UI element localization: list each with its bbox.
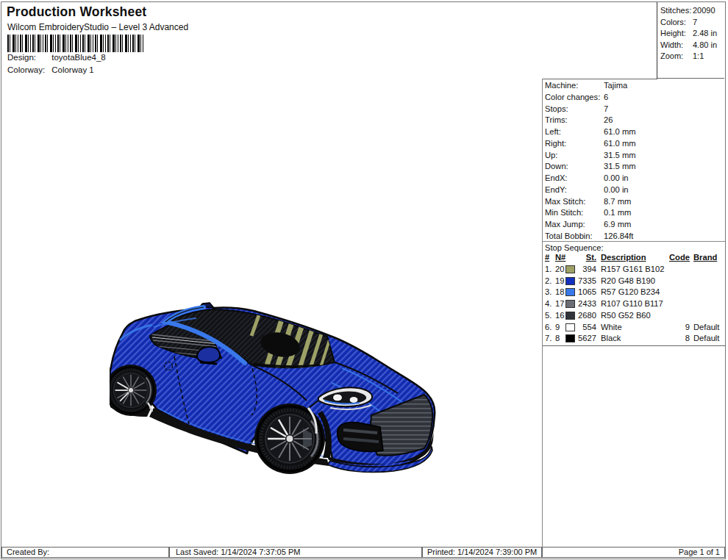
info-row: Max Jump:6.9 mm — [545, 219, 724, 231]
info-label: Down: — [545, 161, 604, 173]
stop-row: 1.20 394R157 G161 B102 — [543, 264, 725, 276]
stop-row: 3.18 1065R57 G120 B234 — [543, 287, 725, 298]
footer-printed: Printed: 1/14/2024 7:39:00 PM — [422, 547, 542, 558]
info-row: Up:31.5 mm — [545, 150, 724, 162]
machine-info-list: Machine:Tajima Color changes:6 Stops:7 T… — [545, 80, 724, 243]
info-value: Tajima — [604, 81, 627, 90]
info-label: Up: — [545, 150, 604, 162]
stat-row: Zoom:1:1 — [660, 51, 724, 62]
stop-row: 7.8 5627Black 8Default — [543, 333, 725, 345]
stat-value: 20090 — [693, 6, 715, 15]
thread-swatch — [565, 277, 575, 285]
info-row: Trims:26 — [545, 115, 724, 126]
design-preview-car — [110, 298, 440, 478]
info-value: 26 — [604, 115, 613, 124]
info-label: Right: — [545, 138, 604, 150]
info-row: Color changes:6 — [545, 92, 724, 104]
design-row: Design: toyotaBlue4_8 — [7, 53, 106, 64]
barcode-icon — [7, 35, 144, 52]
info-row: Stops:7 — [545, 104, 724, 115]
header-box: Production Worksheet Wilcom EmbroiderySt… — [1, 2, 657, 79]
design-value: toyotaBlue4_8 — [51, 53, 106, 62]
stop-row: 4.17 2433R107 G110 B117 — [543, 298, 725, 310]
col-num: # — [545, 252, 554, 264]
col-st: St. — [575, 252, 596, 264]
stat-value: 7 — [693, 18, 697, 26]
stop-row: 2.19 7335R20 G48 B190 — [543, 276, 725, 287]
stop-row: 5.16 2680R50 G52 B60 — [543, 310, 725, 322]
thread-swatch — [565, 312, 575, 320]
stat-value: 4.80 in — [693, 40, 717, 49]
info-value: 61.0 mm — [604, 127, 636, 136]
col-code: Code — [665, 252, 690, 264]
info-label: Machine: — [545, 80, 604, 92]
stop-sequence-section: Stop Sequence: — [543, 241, 725, 242]
stop-table-header: # N# St. Description Code Brand — [543, 252, 725, 264]
stat-row: Height:2.48 in — [660, 28, 724, 40]
info-value: 8.7 mm — [604, 197, 631, 206]
col-n: N# — [555, 252, 567, 264]
stop-row: 6.9 554White 9Default — [543, 322, 725, 334]
info-row: Right:61.0 mm — [545, 138, 724, 150]
info-label: Min Stitch: — [545, 207, 604, 219]
info-value: 6 — [604, 93, 608, 101]
stat-label: Height: — [660, 28, 693, 40]
mirror-base — [200, 362, 217, 364]
info-label: Stops: — [545, 104, 604, 115]
info-value: 0.00 in — [604, 173, 629, 182]
design-stats-box: Stitches:20090 Colors:7 Height:2.48 in W… — [657, 2, 724, 79]
colorway-value: Colorway 1 — [51, 65, 94, 74]
stat-value: 1:1 — [693, 51, 704, 60]
stop-sequence-title: Stop Sequence: — [545, 243, 604, 253]
stat-label: Stitches: — [660, 5, 693, 17]
footer-page-number: Page 1 of 1 — [542, 547, 725, 558]
info-row: Down:31.5 mm — [545, 161, 724, 173]
info-row: Min Stitch:0.1 mm — [545, 207, 724, 219]
info-row: Machine:Tajima — [545, 80, 724, 92]
col-brand: Brand — [693, 252, 717, 264]
thread-swatch — [565, 334, 575, 342]
info-label: Max Jump: — [545, 219, 604, 231]
info-row: Left:61.0 mm — [545, 126, 724, 138]
stat-value: 2.48 in — [693, 29, 717, 37]
page-title: Production Worksheet — [7, 4, 146, 20]
info-value: 31.5 mm — [604, 151, 636, 159]
col-description: Description — [601, 252, 646, 264]
stop-sequence-table: # N# St. Description Code Brand 1.20 394… — [543, 252, 725, 346]
info-value: 0.00 in — [604, 185, 629, 194]
thread-swatch — [565, 265, 575, 273]
colorway-row: Colorway: Colorway 1 — [7, 65, 94, 76]
footer-last-saved: Last Saved: 1/14/2024 7:37:05 PM — [169, 547, 422, 558]
colorway-label: Colorway: — [7, 65, 49, 74]
stat-row: Stitches:20090 — [660, 5, 724, 17]
machine-info-panel: Machine:Tajima Color changes:6 Stops:7 T… — [542, 79, 725, 548]
design-canvas — [1, 79, 542, 548]
info-label: Color changes: — [545, 92, 604, 104]
info-row: EndX:0.00 in — [545, 173, 724, 184]
info-row: EndY:0.00 in — [545, 184, 724, 196]
app-subtitle: Wilcom EmbroideryStudio – Level 3 Advanc… — [7, 22, 188, 32]
stat-row: Width:4.80 in — [660, 40, 724, 51]
info-value: 61.0 mm — [604, 139, 636, 148]
worksheet-page: Production Worksheet Wilcom EmbroiderySt… — [1, 1, 726, 559]
stat-label: Colors: — [660, 17, 693, 29]
design-label: Design: — [7, 53, 49, 62]
info-value: 6.9 mm — [604, 220, 631, 229]
side-mirror — [197, 347, 220, 362]
stat-label: Zoom: — [660, 51, 693, 62]
info-label: Max Stitch: — [545, 196, 604, 208]
info-label: EndX: — [545, 173, 604, 184]
info-row: Max Stitch:8.7 mm — [545, 196, 724, 208]
info-label: Trims: — [545, 115, 604, 126]
thread-swatch — [565, 300, 575, 308]
info-value: 0.1 mm — [604, 208, 631, 217]
info-value: 7 — [604, 104, 608, 113]
info-label: Left: — [545, 126, 604, 138]
rear-wheel — [110, 367, 154, 413]
info-label: EndY: — [545, 184, 604, 196]
info-value: 126.84ft — [604, 231, 633, 240]
thread-swatch — [565, 288, 575, 296]
stat-row: Colors:7 — [660, 17, 724, 29]
stat-label: Width: — [660, 40, 693, 51]
info-value: 31.5 mm — [604, 162, 636, 170]
